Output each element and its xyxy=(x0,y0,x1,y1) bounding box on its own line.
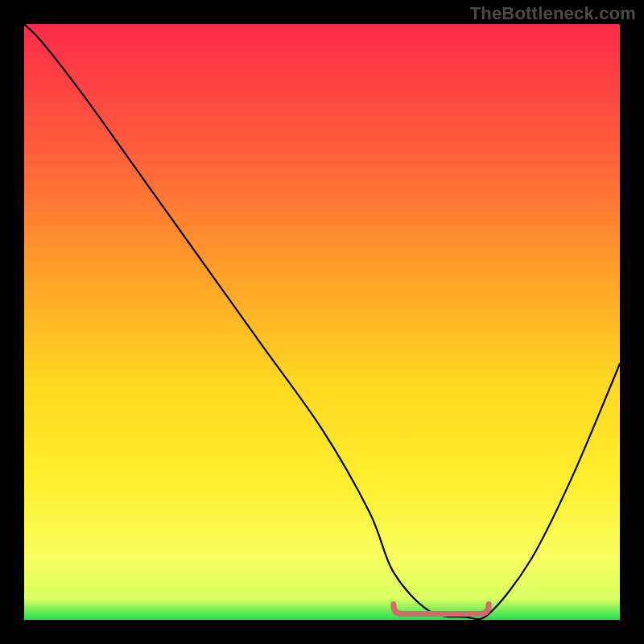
watermark-text: TheBottleneck.com xyxy=(470,3,636,24)
gradient-background xyxy=(24,24,620,620)
chart-frame: TheBottleneck.com xyxy=(0,0,644,644)
plot-area xyxy=(24,24,620,620)
chart-svg xyxy=(24,24,620,620)
